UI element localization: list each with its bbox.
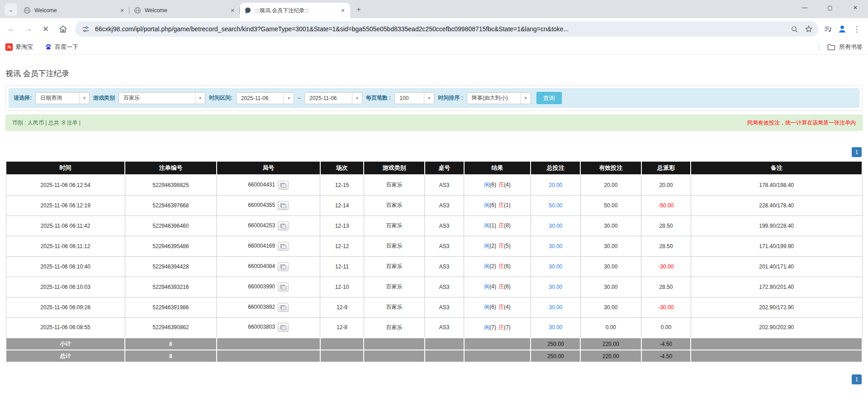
baidu-icon (45, 43, 52, 51)
query-type-select[interactable]: 日期查询 ▾ (35, 92, 90, 104)
cell-bet-id: 522946397668 (125, 195, 217, 216)
new-tab-button[interactable]: + (353, 4, 365, 15)
cell-time: 2025-11-06 06:12:19 (6, 195, 125, 216)
date-to-select[interactable]: 2025-11-06 ▾ (304, 92, 362, 104)
cell-session: 12-14 (320, 195, 364, 216)
currency-total-text: 币别 : 人民币 | 总共 :8 注单 | (12, 119, 81, 127)
replay-icon[interactable] (278, 323, 289, 332)
cell-session: 12-13 (320, 216, 364, 236)
tab-title: :::视讯 会员下注纪录::: (255, 7, 336, 14)
cell-time: 2025-11-06 06:12:54 (6, 175, 125, 195)
cell-remark: 172.90/201.40 (691, 277, 862, 297)
menu-kebab-icon[interactable]: ⋮ (852, 24, 862, 34)
close-icon[interactable]: ✕ (229, 7, 236, 14)
close-icon[interactable]: ✕ (119, 7, 126, 14)
table-row: 2025-11-06 06:12:19 522946397668 6600043… (6, 195, 862, 216)
bet-table-body: 2025-11-06 06:12:54 522946398825 6600044… (6, 175, 862, 338)
back-button[interactable]: ← (4, 21, 19, 37)
toolbar-right-icons: ⋮ (823, 24, 864, 34)
close-window-button[interactable]: ✕ (843, 0, 868, 15)
total-valid-bet: 220.00 (580, 350, 641, 362)
search-button[interactable]: 查询 (536, 92, 562, 104)
replay-icon[interactable] (278, 262, 289, 271)
subtotal-row: 小计 8 250.00 220.00 -4.50 (6, 338, 862, 350)
replay-icon[interactable] (278, 242, 289, 251)
total-total-bet: 250.00 (531, 350, 580, 362)
replay-icon[interactable] (278, 181, 289, 190)
table-row: 2025-11-06 06:08:55 522946390862 6600038… (6, 317, 862, 338)
replay-icon[interactable] (278, 283, 289, 292)
url-bar[interactable]: 66cxkj98.com/ipl/portal.php/game/betreco… (75, 21, 818, 37)
minimize-button[interactable]: — (792, 0, 817, 15)
col-round: 局号 (217, 161, 320, 175)
cell-table: AS3 (425, 277, 464, 297)
subtotal-total-bet: 250.00 (531, 338, 580, 350)
col-session: 场次 (320, 161, 364, 175)
replay-icon[interactable] (278, 303, 289, 312)
cell-round: 660004431 (217, 175, 320, 195)
cell-game: 百家乐 (364, 317, 424, 338)
chevron-down-icon: ▾ (352, 93, 362, 104)
cell-session: 12-12 (320, 236, 364, 256)
cell-game: 百家乐 (364, 236, 424, 256)
site-settings-icon[interactable] (81, 24, 90, 34)
url-text[interactable]: 66cxkj98.com/ipl/portal.php/game/betreco… (95, 25, 785, 33)
bet-records-table: 时间 注单编号 局号 场次 游戏类别 桌号 结果 总投注 有效投注 总派彩 备注… (5, 161, 863, 363)
tab-betrecord-active[interactable]: :::视讯 会员下注纪录::: ✕ (240, 3, 350, 18)
cell-time: 2025-11-06 06:10:40 (6, 256, 125, 277)
tab-welcome-2[interactable]: Welcome ✕ (129, 3, 240, 18)
cell-session: 12-10 (320, 277, 364, 297)
cell-bet-id: 522946398825 (125, 175, 217, 195)
tab-welcome-1[interactable]: Welcome ✕ (19, 3, 129, 18)
cell-game: 百家乐 (364, 277, 424, 297)
home-icon (59, 25, 67, 34)
all-bookmarks[interactable]: 所有书签 (819, 43, 863, 51)
table-row: 2025-11-06 06:10:40 522946394428 6600040… (6, 256, 862, 277)
folder-icon (827, 43, 835, 51)
cell-game: 百家乐 (364, 195, 424, 216)
bookmark-aitaobao[interactable]: 淘 爱淘宝 (5, 43, 33, 51)
replay-icon[interactable] (278, 221, 289, 230)
chevron-down-icon: ▾ (521, 93, 531, 104)
cell-game: 百家乐 (364, 216, 424, 236)
time-sort-select[interactable]: 降幂(由大到小) ▾ (467, 92, 531, 104)
cell-result: 闲(2)庄(6) (464, 256, 531, 277)
filter-panel: 请选择: 日期查询 ▾ 游戏类别 百家乐 ▾ 时间区间: 2025-11-06 … (9, 88, 859, 108)
close-icon[interactable]: ✕ (339, 7, 346, 14)
page-1-button[interactable]: 1 (852, 147, 862, 157)
game-type-select[interactable]: 百家乐 ▾ (119, 92, 205, 104)
cell-remark: 199.90/228.40 (691, 216, 862, 236)
page-content: 视讯 会员下注纪录 请选择: 日期查询 ▾ 游戏类别 百家乐 ▾ 时间区间: 2… (0, 68, 868, 384)
subtotal-label: 小计 (6, 338, 125, 350)
zoom-icon[interactable] (789, 24, 799, 34)
media-controls-icon[interactable] (823, 24, 833, 34)
replay-icon[interactable] (278, 201, 289, 210)
cell-time: 2025-11-06 06:09:26 (6, 297, 125, 317)
cell-valid-bet: 20.00 (580, 175, 641, 195)
page-1-button[interactable]: 1 (852, 374, 862, 384)
cell-bet-id: 522946393216 (125, 277, 217, 297)
cell-total-bet: 30.00 (531, 216, 580, 236)
cell-total-bet: 30.00 (531, 236, 580, 256)
table-header-row: 时间 注单编号 局号 场次 游戏类别 桌号 结果 总投注 有效投注 总派彩 备注 (6, 161, 862, 175)
tab-title: Welcome (145, 7, 225, 14)
cell-result: 闲(6)庄(4) (464, 175, 531, 195)
cell-bet-id: 522946395486 (125, 236, 217, 256)
divider (819, 43, 819, 51)
bookmark-label: 百度一下 (55, 43, 78, 51)
browser-toolbar: ← → ✕ 66cxkj98.com/ipl/portal.php/game/b… (0, 18, 868, 40)
stop-button[interactable]: ✕ (38, 21, 53, 37)
plus-icon: + (356, 5, 361, 14)
forward-button[interactable]: → (21, 21, 36, 37)
profile-avatar-icon[interactable] (837, 24, 847, 34)
home-button[interactable] (55, 21, 71, 37)
cell-payout: 28.50 (641, 236, 691, 256)
maximize-button[interactable]: ▢ (817, 0, 843, 15)
bookmarks-bar: 淘 爱淘宝 百度一下 所有书签 (0, 40, 868, 55)
date-from-select[interactable]: 2025-11-06 ▾ (236, 92, 294, 104)
col-payout: 总派彩 (641, 161, 691, 175)
bookmark-star-icon[interactable] (804, 24, 814, 34)
bookmark-baidu[interactable]: 百度一下 (45, 43, 78, 51)
tab-search-button[interactable]: ⌄ (5, 3, 17, 16)
per-page-select[interactable]: 100 ▾ (394, 92, 434, 104)
